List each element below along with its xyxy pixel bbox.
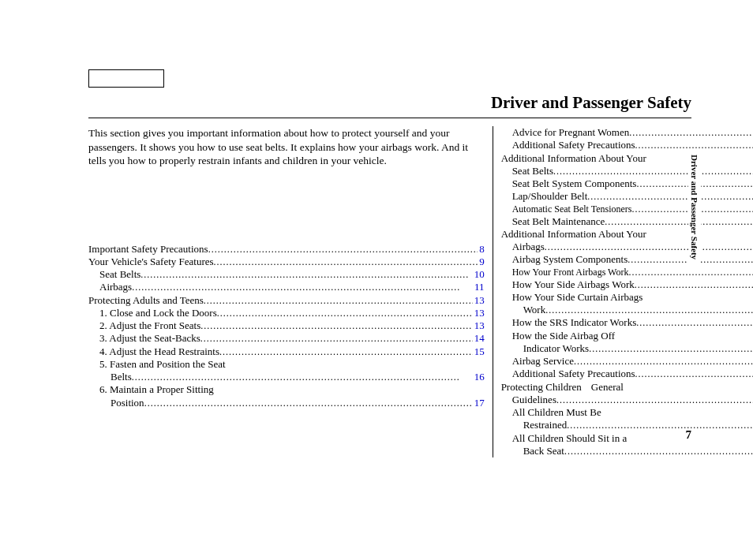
- toc-label: 6. Maintain a Proper Sitting: [99, 383, 214, 396]
- toc-entry[interactable]: How Your Front Airbags Work24: [501, 267, 753, 278]
- toc-label: Seat Belts: [512, 165, 553, 177]
- toc-entry[interactable]: How the SRS Indicator Works28: [501, 316, 753, 329]
- toc-page-number[interactable]: 10: [473, 268, 485, 281]
- toc-entry[interactable]: Back Seat32: [501, 445, 753, 457]
- toc-label: All Children Must Be: [512, 406, 601, 419]
- toc-label: Airbags: [99, 281, 132, 293]
- leader-dots: [589, 343, 753, 355]
- leader-dots: [628, 267, 753, 278]
- toc-label: Airbags: [512, 241, 545, 253]
- toc-entry[interactable]: Airbag System Components23: [501, 253, 753, 266]
- side-tab: Driver and Passenger Safety: [688, 150, 701, 264]
- toc-page-number[interactable]: 16: [473, 371, 485, 383]
- toc-label: How Your Side Airbags Work: [512, 278, 635, 291]
- leader-dots: [214, 256, 478, 268]
- leader-dots: [636, 317, 753, 329]
- toc-entry[interactable]: How the Side Airbag Off: [501, 330, 753, 342]
- toc-label: Protecting Children: [501, 381, 582, 394]
- toc-entry[interactable]: 2. Adjust the Front Seats13: [88, 319, 485, 332]
- toc-entry[interactable]: 5. Fasten and Position the Seat: [88, 358, 485, 371]
- toc-page-number[interactable]: 13: [473, 307, 485, 319]
- toc-page-number[interactable]: 13: [473, 319, 485, 332]
- toc-entry[interactable]: Additional Information About Your: [501, 152, 753, 165]
- toc-entry[interactable]: 4. Adjust the Head Restraints15: [88, 345, 485, 358]
- toc-label: Important Safety Precautions: [88, 243, 208, 256]
- toc-page-number[interactable]: 9: [478, 256, 485, 268]
- toc-entry[interactable]: Automatic Seat Belt Tensioners21: [501, 203, 753, 215]
- toc-page-number[interactable]: 15: [473, 345, 485, 358]
- leader-dots: [144, 398, 473, 409]
- toc-page-number[interactable]: 13: [473, 294, 485, 307]
- toc-entry[interactable]: Advice for Pregnant Women18: [501, 126, 753, 139]
- toc-entry[interactable]: Important Safety Precautions8: [88, 243, 485, 256]
- toc-entry[interactable]: Guidelines31: [501, 394, 753, 406]
- toc-entry[interactable]: Seat Belt System Components20: [501, 177, 753, 190]
- toc-label: How the SRS Indicator Works: [512, 316, 637, 329]
- leader-dots: [132, 282, 473, 293]
- toc-label: Seat Belt Maintenance: [512, 215, 605, 228]
- toc-entry[interactable]: Indicator Works28: [501, 342, 753, 355]
- column-1: This section gives you important informa…: [88, 126, 493, 457]
- page-number: 7: [686, 428, 692, 442]
- toc-entry[interactable]: How Your Side Airbags Work26: [501, 278, 753, 291]
- toc-label: All Children Should Sit in a: [512, 432, 628, 445]
- toc-page-number[interactable]: 14: [473, 332, 485, 345]
- toc-label: 5. Fasten and Position the Seat: [99, 358, 226, 371]
- leader-dots: [564, 446, 753, 457]
- toc-entry[interactable]: Airbag Service29: [501, 355, 753, 368]
- toc-entry[interactable]: Additional Safety Precautions19: [501, 139, 753, 151]
- toc-label: Additional Safety Precautions: [512, 368, 635, 380]
- toc-entry[interactable]: Airbags11: [88, 281, 485, 293]
- toc-entry[interactable]: Protecting Adults and Teens13: [88, 294, 485, 307]
- toc-entry[interactable]: Airbags23: [501, 241, 753, 253]
- toc-entry[interactable]: Position17: [88, 397, 485, 409]
- toc-label: Restrained: [523, 419, 568, 431]
- toc-entry[interactable]: Seat Belt Maintenance21: [501, 215, 753, 228]
- toc-label: How the Side Airbag Off: [512, 330, 615, 342]
- content-columns: This section gives you important informa…: [88, 126, 691, 457]
- toc-label: Airbag System Components: [512, 253, 628, 266]
- toc-entry[interactable]: All Children Must Be: [501, 406, 753, 419]
- toc-entry[interactable]: Additional Information About Your: [501, 228, 753, 241]
- leader-dots: [556, 394, 753, 406]
- toc-entry[interactable]: Lap/Shoulder Belt20: [501, 190, 753, 203]
- toc-label: Guidelines: [512, 394, 556, 406]
- toc-label: 1. Close and Lock the Doors: [99, 307, 217, 319]
- toc-label: Protecting Adults and Teens: [88, 294, 204, 307]
- toc-label: How Your Side Curtain Airbags: [512, 291, 643, 304]
- toc-entry[interactable]: 1. Close and Lock the Doors13: [88, 307, 485, 319]
- toc-label: Your Vehicle's Safety Features: [88, 256, 214, 268]
- toc-label: 3. Adjust the Seat-Backs: [99, 332, 200, 345]
- toc-entry[interactable]: Restrained31: [501, 419, 753, 431]
- toc-entry[interactable]: Belts16: [88, 371, 485, 383]
- toc-entry[interactable]: Work27: [501, 304, 753, 316]
- toc-page-number[interactable]: 8: [478, 243, 485, 256]
- toc-page-number[interactable]: 17: [473, 397, 485, 409]
- toc-entry[interactable]: Your Vehicle's Safety Features9: [88, 256, 485, 268]
- toc-label: Additional Information About Your: [501, 228, 646, 241]
- toc-col1: Important Safety Precautions8Your Vehicl…: [88, 243, 485, 409]
- toc-entry[interactable]: Protecting ChildrenGeneral: [501, 381, 753, 394]
- toc-label: How Your Front Airbags Work: [512, 267, 629, 278]
- intro-paragraph: This section gives you important informa…: [88, 126, 485, 168]
- toc-entry[interactable]: Seat Belts20: [501, 165, 753, 177]
- toc-entry[interactable]: Additional Safety Precautions30: [501, 368, 753, 380]
- toc-page-number[interactable]: 11: [473, 281, 485, 293]
- toc-label: Seat Belt System Components: [512, 177, 637, 190]
- toc-label-secondary: General: [591, 381, 624, 394]
- toc-label: Additional Safety Precautions: [512, 139, 635, 151]
- leader-dots: [635, 368, 753, 380]
- toc-entry[interactable]: 6. Maintain a Proper Sitting: [88, 383, 485, 396]
- leader-dots: [204, 295, 473, 307]
- toc-label: Airbag Service: [512, 355, 574, 368]
- toc-entry[interactable]: 3. Adjust the Seat-Backs14: [88, 332, 485, 345]
- toc-label: Additional Information About Your: [501, 152, 646, 165]
- leader-dots: [208, 244, 478, 256]
- toc-label: Seat Belts: [99, 268, 140, 281]
- toc-entry[interactable]: All Children Should Sit in a: [501, 432, 753, 445]
- toc-label: Belts: [111, 371, 132, 383]
- leader-dots: [545, 304, 753, 316]
- toc-entry[interactable]: Seat Belts10: [88, 268, 485, 281]
- toc-entry[interactable]: How Your Side Curtain Airbags: [501, 291, 753, 304]
- column-2: Advice for Pregnant Women18Additional Sa…: [493, 126, 753, 457]
